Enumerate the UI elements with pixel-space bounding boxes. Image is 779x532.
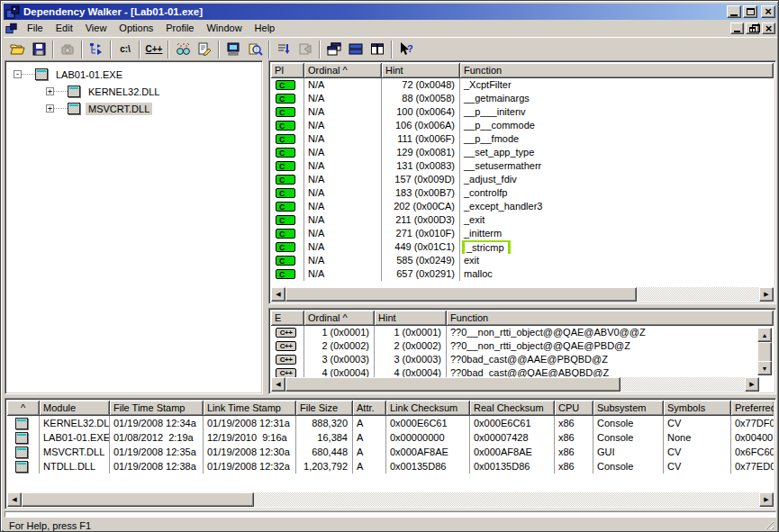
scrollbar-thumb[interactable] [22, 492, 254, 507]
close-button[interactable] [761, 5, 775, 18]
scrollbar-thumb[interactable] [285, 377, 620, 392]
menu-options[interactable]: Options [113, 21, 159, 36]
column-header-ordinal[interactable]: Ordinal ^ [304, 311, 375, 326]
scroll-right-arrow[interactable]: ▶ [759, 492, 774, 507]
mdi-minimize-button[interactable] [730, 23, 744, 34]
table-row[interactable]: C N/A 88 (0x0058) __getmainargs [271, 92, 774, 105]
column-header-preferred[interactable]: Preferred [731, 401, 774, 416]
resize-grip[interactable] [763, 518, 774, 529]
scroll-left-arrow[interactable]: ◀ [7, 492, 22, 507]
table-row[interactable]: C N/A 131 (0x0083) __setusermatherr [271, 159, 774, 173]
table-row[interactable]: C N/A 100 (0x0064) __p___initenv [271, 105, 774, 119]
table-row[interactable]: C N/A 111 (0x006F) __p__fmode [271, 132, 774, 146]
tree-expander[interactable]: + [46, 104, 54, 113]
column-header-cpu[interactable]: CPU [555, 401, 593, 416]
export-vertical-scrollbar[interactable]: ▲ ▼ [757, 328, 772, 375]
column-header-hint[interactable]: Hint [382, 63, 460, 78]
table-row[interactable]: C N/A 271 (0x010F) _initterm [271, 227, 774, 240]
table-row[interactable]: LAB01-01.EXE 01/08/2012 2:19a 12/19/2010… [7, 430, 774, 445]
mdi-restore-button[interactable] [746, 23, 759, 34]
menu-view[interactable]: View [79, 21, 113, 36]
cascade-windows-icon[interactable] [323, 40, 345, 59]
menu-profile[interactable]: Profile [159, 21, 200, 36]
properties-icon[interactable] [194, 40, 215, 59]
column-header-pi[interactable]: PI [271, 63, 304, 78]
function-name: __getmainargs [464, 93, 530, 104]
scroll-right-arrow[interactable]: ▶ [759, 287, 774, 302]
scroll-right-arrow[interactable]: ▶ [745, 377, 759, 392]
scroll-left-arrow[interactable]: ◀ [271, 287, 285, 302]
column-header-hint[interactable]: Hint [375, 311, 447, 326]
tree-item[interactable]: + KERNEL32.DLL [7, 83, 260, 100]
tree-expander[interactable]: + [46, 87, 54, 95]
tree-expander[interactable]: - [14, 70, 22, 78]
refresh-icon [294, 40, 316, 59]
table-row[interactable]: C N/A 657 (0x0291) malloc [271, 267, 774, 281]
column-header-real-checksum[interactable]: Real Checksum [470, 401, 555, 416]
save-icon[interactable] [28, 40, 50, 59]
table-row[interactable]: C N/A 202 (0x00CA) _except_handler3 [271, 200, 774, 213]
column-header-symbols[interactable]: Symbols [664, 401, 731, 416]
table-row[interactable]: MSVCRT.DLL 01/19/2008 12:35a 01/19/2008 … [7, 445, 774, 459]
export-list-pane: E Ordinal ^ Hint Function C++ 1 (0x0001)… [268, 308, 776, 394]
tile-horizontal-icon[interactable] [345, 40, 367, 59]
tree-item[interactable]: - LAB01-01.EXE [7, 66, 260, 83]
export-horizontal-scrollbar[interactable]: ◀ ▶ [271, 377, 759, 392]
column-header-link-checksum[interactable]: Link Checksum [386, 401, 470, 416]
column-header-file-size[interactable]: File Size [296, 401, 353, 416]
table-row[interactable]: C++ 1 (0x0001) 1 (0x0001) ??0__non_rtti_… [271, 326, 759, 339]
table-row[interactable]: NTDLL.DLL 01/19/2008 12:38a 01/19/2008 1… [7, 459, 774, 473]
table-row[interactable]: C N/A 72 (0x0048) _XcptFilter [271, 78, 774, 92]
scroll-left-arrow[interactable]: ◀ [271, 377, 285, 392]
tile-vertical-icon[interactable] [367, 40, 388, 59]
menu-help[interactable]: Help [249, 21, 282, 36]
module-icon [15, 418, 28, 429]
table-row[interactable]: C N/A 183 (0x00B7) _controlfp [271, 186, 774, 200]
c-function-icon: C [276, 242, 295, 252]
table-row[interactable]: C N/A 585 (0x0249) exit [271, 254, 774, 267]
table-row[interactable]: KERNEL32.DLL 01/19/2008 12:34a 01/19/200… [7, 416, 774, 430]
column-header-module[interactable]: Module [40, 401, 110, 416]
expand-tree-icon[interactable] [86, 40, 107, 59]
status-bar: For Help, press F1 [4, 519, 777, 532]
open-icon[interactable] [6, 40, 28, 59]
profile-icon[interactable] [172, 40, 194, 59]
context-help-icon[interactable]: ? [395, 40, 417, 59]
table-row[interactable]: C N/A 211 (0x00D3) _exit [271, 213, 774, 227]
table-row[interactable]: C N/A 449 (0x01C1) _stricmp [271, 240, 774, 254]
table-row[interactable]: C N/A 106 (0x006A) __p__commode [271, 119, 774, 132]
column-header-file-time-stamp[interactable]: File Time Stamp [110, 401, 204, 416]
scroll-up-arrow[interactable]: ▲ [757, 328, 772, 342]
column-header-function[interactable]: Function [460, 63, 774, 78]
menu-edit[interactable]: Edit [50, 21, 79, 36]
table-row[interactable]: C++ 3 (0x0003) 3 (0x0003) ??0bad_cast@@A… [271, 353, 759, 366]
table-row[interactable]: C N/A 129 (0x0081) __set_app_type [271, 146, 774, 159]
system-info-icon[interactable] [222, 40, 244, 59]
maximize-button[interactable] [743, 5, 757, 18]
column-header-subsystem[interactable]: Subsystem [593, 401, 664, 416]
mdi-close-button[interactable] [762, 23, 775, 34]
module-horizontal-scrollbar[interactable]: ◀ ▶ [7, 492, 774, 507]
menu-window[interactable]: Window [200, 21, 248, 36]
scrollbar-thumb[interactable] [285, 287, 637, 302]
auto-expand-icon[interactable] [273, 40, 294, 59]
undecorate-cpp-icon[interactable]: C++ [143, 40, 165, 59]
import-horizontal-scrollbar[interactable]: ◀ ▶ [271, 287, 774, 302]
table-row[interactable]: C++ 2 (0x0002) 2 (0x0002) ??0__non_rtti_… [271, 339, 759, 353]
module-icon [68, 103, 80, 114]
column-header-function[interactable]: Function [447, 311, 774, 326]
table-row[interactable]: C N/A 157 (0x009D) _adjust_fdiv [271, 173, 774, 186]
tree-item[interactable]: + MSVCRT.DLL [7, 100, 260, 117]
column-header-link-time-stamp[interactable]: Link Time Stamp [204, 401, 296, 416]
column-header-e[interactable]: E [271, 311, 304, 326]
scroll-down-arrow[interactable]: ▼ [757, 361, 772, 375]
column-header-ordinal[interactable]: Ordinal ^ [304, 63, 382, 78]
menu-file[interactable]: File [21, 21, 50, 36]
column-header-attr[interactable]: Attr. [353, 401, 386, 416]
log-pane-collapsed[interactable] [5, 511, 776, 518]
title-bar[interactable]: Dependency Walker - [Lab01-01.exe] [4, 4, 777, 20]
column-header-sort[interactable]: ^ [7, 401, 40, 416]
minimize-button[interactable] [727, 5, 741, 18]
full-paths-icon[interactable]: c:\ [114, 40, 136, 59]
search-icon[interactable] [244, 40, 266, 59]
